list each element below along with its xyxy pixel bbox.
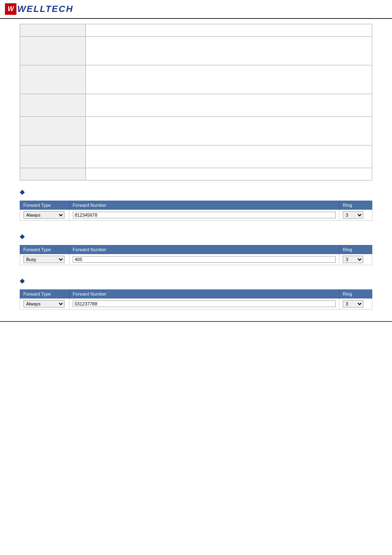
ring-cell-2[interactable]: 1 2 3 4 5: [339, 254, 372, 265]
number-input-2[interactable]: [73, 256, 336, 263]
ring-cell-3[interactable]: 1 2 3 4 5: [339, 298, 372, 310]
number-input-3[interactable]: [73, 301, 336, 307]
col-header-ring-3: Ring: [339, 290, 372, 298]
value-cell: [85, 117, 372, 146]
forward-row-2: Always Busy No Answer Unconditional 1 2 …: [20, 254, 372, 265]
col-header-type-3: Forward Type: [20, 290, 69, 298]
forward-section-3: ◆ Forward Type Forward Number Ring Alway…: [20, 277, 373, 314]
type-select-3[interactable]: Always Busy No Answer Unconditional: [23, 300, 65, 308]
value-cell: [85, 65, 372, 94]
table-row: [20, 37, 372, 65]
ring-select-2[interactable]: 1 2 3 4 5: [343, 256, 363, 263]
col-header-type-2: Forward Type: [20, 245, 69, 254]
ring-cell-1[interactable]: 1 2 3 4 5: [339, 210, 372, 221]
bullet-row-3: ◆: [20, 277, 373, 284]
bullet-icon-3: ◆: [20, 277, 25, 284]
value-cell: [85, 94, 372, 117]
type-select-2[interactable]: Always Busy No Answer Unconditional: [23, 256, 65, 263]
table-row: [20, 65, 372, 94]
table-row: [20, 117, 372, 146]
label-cell: [20, 94, 85, 117]
bottom-divider: [0, 321, 392, 322]
forward-section-1: ◆ Forward Type Forward Number Ring Alway…: [20, 188, 373, 225]
label-cell: [20, 37, 85, 65]
label-cell: [20, 24, 85, 37]
forward-table-3: Forward Type Forward Number Ring Always …: [20, 289, 373, 310]
number-cell-2[interactable]: [69, 254, 339, 265]
bullet-icon-2: ◆: [20, 232, 25, 240]
type-cell-2[interactable]: Always Busy No Answer Unconditional: [20, 254, 69, 265]
col-header-number-2: Forward Number: [69, 245, 339, 254]
label-cell: [20, 65, 85, 94]
value-cell: [85, 168, 372, 180]
col-header-type-1: Forward Type: [20, 201, 69, 210]
number-cell-3[interactable]: [69, 298, 339, 310]
label-cell: [20, 117, 85, 146]
col-header-number-3: Forward Number: [69, 290, 339, 298]
value-cell: [85, 24, 372, 37]
label-cell: [20, 146, 85, 168]
col-header-ring-2: Ring: [339, 245, 372, 254]
number-input-1[interactable]: [73, 212, 336, 218]
forward-table-2: Forward Type Forward Number Ring Always …: [20, 245, 373, 265]
forward-section-2: ◆ Forward Type Forward Number Ring Alway…: [20, 232, 373, 269]
type-select-1[interactable]: Always Busy No Answer Unconditional: [23, 211, 65, 219]
logo-text: WELLTECH: [17, 4, 74, 14]
forward-table-1: Forward Type Forward Number Ring Always …: [20, 201, 373, 221]
table-row: [20, 24, 372, 37]
bullet-row-1: ◆: [20, 188, 373, 196]
type-cell-1[interactable]: Always Busy No Answer Unconditional: [20, 210, 69, 221]
value-cell: [85, 146, 372, 168]
number-cell-1[interactable]: [69, 210, 339, 221]
logo-icon: W: [5, 3, 16, 15]
main-table: [20, 24, 373, 180]
forward-row-3: Always Busy No Answer Unconditional 1 2 …: [20, 298, 372, 310]
ring-select-1[interactable]: 1 2 3 4 5: [343, 211, 363, 219]
col-header-number-1: Forward Number: [69, 201, 339, 210]
ring-select-3[interactable]: 1 2 3 4 5: [343, 300, 363, 308]
table-row: [20, 168, 372, 180]
value-cell: [85, 37, 372, 65]
forward-row-1: Always Busy No Answer Unconditional 1 2 …: [20, 210, 372, 221]
page-header: W WELLTECH: [0, 0, 392, 19]
label-cell: [20, 168, 85, 180]
bullet-icon-1: ◆: [20, 188, 25, 196]
bullet-row-2: ◆: [20, 232, 373, 240]
table-row: [20, 94, 372, 117]
type-cell-3[interactable]: Always Busy No Answer Unconditional: [20, 298, 69, 310]
table-row: [20, 146, 372, 168]
col-header-ring-1: Ring: [339, 201, 372, 210]
